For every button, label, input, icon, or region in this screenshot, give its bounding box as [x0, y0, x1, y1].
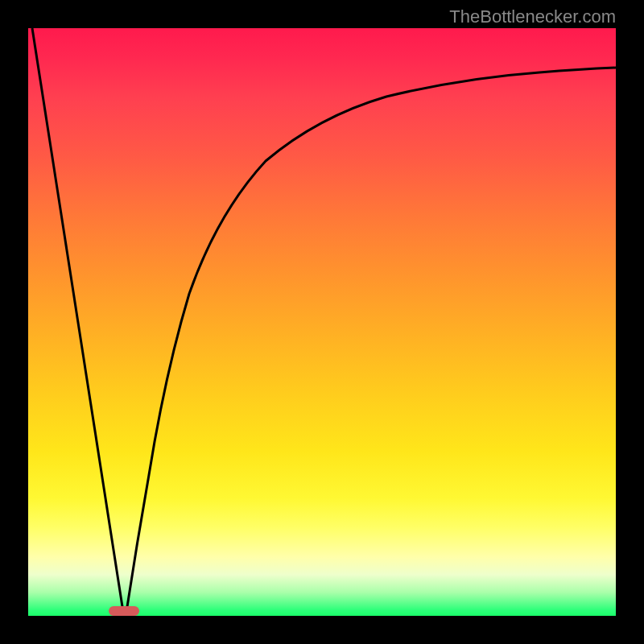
attribution-text: TheBottlenecker.com: [449, 6, 616, 27]
right-ascending-curve: [126, 68, 616, 612]
chart-area: [28, 28, 616, 616]
left-descending-line: [32, 28, 123, 612]
bottleneck-marker: [109, 606, 139, 616]
curve-overlay: [28, 28, 616, 616]
